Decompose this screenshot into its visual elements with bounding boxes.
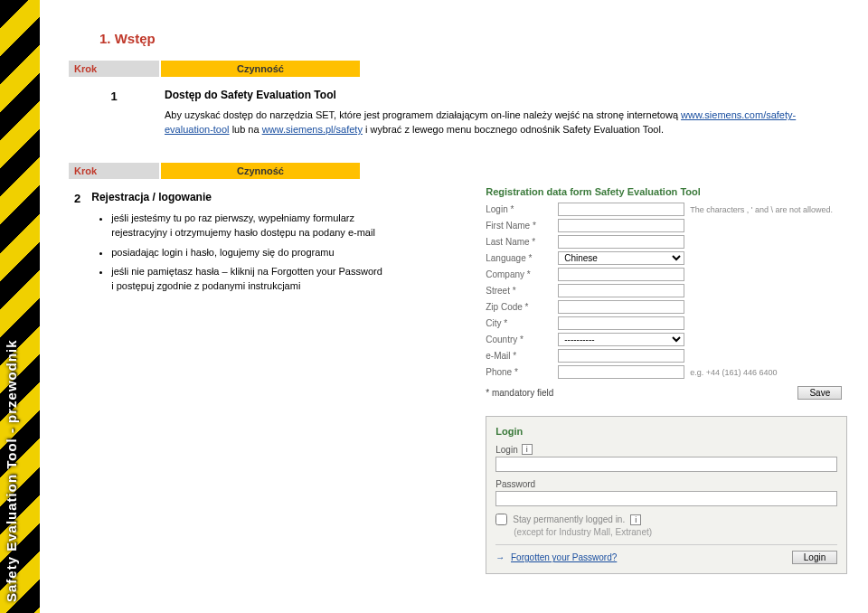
label-language: Language * <box>486 253 558 263</box>
input-login[interactable] <box>558 203 684 216</box>
input-first-name[interactable] <box>558 219 684 232</box>
step-text: Aby uzyskać dostęp do narzędzia SET, któ… <box>165 109 681 120</box>
list-item: jeśli nie pamiętasz hasła – kliknij na F… <box>111 265 382 294</box>
step-text: i wybrać z lewego menu bocznego odnośnik… <box>365 124 664 135</box>
login-button[interactable]: Login <box>792 551 837 564</box>
login-heading: Login <box>495 426 837 437</box>
arrow-icon: → <box>495 552 505 562</box>
except-note: (except for Industry Mall, Extranet) <box>514 527 837 537</box>
column-header-krok: Krok <box>69 61 159 77</box>
mandatory-note: * mandatory field <box>486 388 553 398</box>
label-zip: Zip Code * <box>486 302 558 312</box>
stay-logged-checkbox[interactable] <box>495 514 507 525</box>
step-content: Rejestracja / logowanie jeśli jesteśmy t… <box>86 186 475 574</box>
input-street[interactable] <box>558 284 684 297</box>
column-header-czynnosc: Czynność <box>161 61 360 77</box>
page-title: 1. Wstęp <box>99 31 843 46</box>
info-icon[interactable]: i <box>522 444 533 455</box>
phone-hint: e.g. +44 (161) 446 6400 <box>690 368 777 377</box>
login-input[interactable] <box>495 457 837 472</box>
forgot-password-link[interactable]: Forgotten your Password? <box>511 552 617 562</box>
info-icon[interactable]: i <box>630 514 641 525</box>
label-first-name: First Name * <box>486 221 558 231</box>
input-email[interactable] <box>558 349 684 363</box>
column-header-krok: Krok <box>69 163 159 179</box>
password-input[interactable] <box>495 491 837 506</box>
input-last-name[interactable] <box>558 235 684 249</box>
list-item: jeśli jesteśmy tu po raz pierwszy, wypeł… <box>111 212 382 240</box>
select-country[interactable]: ---------- <box>558 333 684 346</box>
step-text: lub na <box>232 124 262 135</box>
select-language[interactable]: Chinese <box>558 251 684 265</box>
input-city[interactable] <box>558 316 684 330</box>
label-email: e-Mail * <box>486 351 558 361</box>
label-login: Login * <box>486 204 558 214</box>
step-number: 1 <box>69 84 159 141</box>
login-panel: Login Login i Password <box>486 416 847 574</box>
label-password-field: Password <box>495 479 535 489</box>
input-company[interactable] <box>558 268 684 281</box>
save-button[interactable]: Save <box>797 386 842 400</box>
input-zip[interactable] <box>558 300 684 314</box>
label-last-name: Last Name * <box>486 237 558 247</box>
label-city: City * <box>486 318 558 328</box>
step-content: Dostęp do Safety Evaluation Tool Aby uzy… <box>159 84 843 141</box>
input-phone[interactable] <box>558 365 684 379</box>
column-header-czynnosc: Czynność <box>161 163 360 179</box>
list-item: posiadając login i hasło, logujemy się d… <box>111 246 382 260</box>
label-phone: Phone * <box>486 367 558 377</box>
label-street: Street * <box>486 286 558 296</box>
label-company: Company * <box>486 269 558 279</box>
step-title: Rejestracja / logowanie <box>91 190 469 205</box>
stay-logged-label: Stay permanently logged in. <box>513 514 625 524</box>
step-title: Dostęp do Safety Evaluation Tool <box>165 88 837 103</box>
step-number: 2 <box>69 186 86 574</box>
chars-note: The characters , ' and \ are not allowed… <box>690 205 833 214</box>
registration-form: Registration data form Safety Evaluation… <box>486 186 847 400</box>
label-country: Country * <box>486 335 558 344</box>
registration-heading: Registration data form Safety Evaluation… <box>486 186 847 197</box>
sidebar-title: Safety Evaluation Tool - przewodnik <box>4 9 25 606</box>
label-login-field: Login <box>495 445 517 455</box>
link-siemens-pl[interactable]: www.siemens.pl/safety <box>262 124 363 135</box>
